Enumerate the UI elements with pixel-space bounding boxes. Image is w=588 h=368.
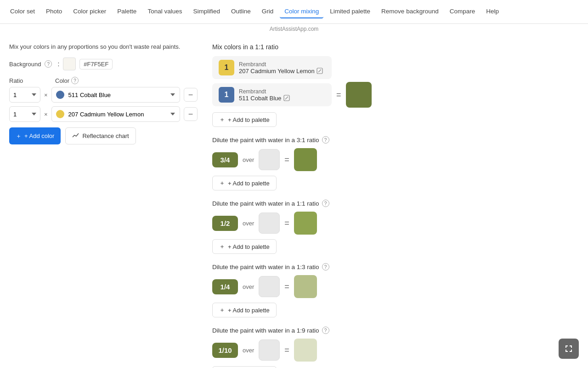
dilute-row-3: 1/10 over = [212,339,579,362]
color-dot-2 [56,110,64,118]
mix-num-badge-2: 1 [219,87,234,103]
fraction-badge-0: 3/4 [212,152,238,167]
eq-sign-1: = [284,218,289,228]
add-to-palette-button-dilute-2[interactable]: ＋+ Add to palette [212,303,277,317]
color-help-icon[interactable]: ? [71,77,79,84]
mix-color-card-1: 1 Rembrandt 207 Cadmium Yellow Lemon [212,56,332,79]
dilute-row-1: 1/2 over = [212,212,579,235]
eq-sign-2: = [284,282,289,292]
color-select-1[interactable]: 511 Cobalt Blue 207 Cadmium Yellow Lemon [51,87,180,103]
nav-item-color-set[interactable]: Color set [6,5,40,18]
eq-sign-3: = [284,345,289,355]
color-row-1: 123 × 511 Cobalt Blue 207 Cadmium Yellow… [9,87,198,103]
color-dot-1 [56,91,64,99]
dilute-title-0: Dilute the paint with water in a 3:1 rat… [212,136,579,144]
plus-icon: ＋ [16,132,22,140]
chart-icon [72,132,79,140]
ratio-col-header: Ratio [9,77,40,84]
dilute-help-icon-3[interactable]: ? [322,327,329,334]
dilute-title-3: Dilute the paint with water in a 1:9 rat… [212,327,579,334]
dilute-result-1 [294,212,317,235]
water-swatch-0 [259,149,280,170]
mix-section-title: Mix colors in a 1:1 ratio [212,43,579,51]
dilute-section-2: Dilute the paint with water in a 1:3 rat… [212,263,579,317]
dilute-result-3 [294,339,317,362]
color-row-2: 123 × 207 Cadmium Yellow Lemon 511 Cobal… [9,106,198,122]
over-label-1: over [243,220,254,227]
nav-item-color-mixing[interactable]: Color mixing [280,5,323,18]
dilute-container: Dilute the paint with water in a 3:1 rat… [212,136,579,368]
background-row: Background ? : #F7F5EF [9,58,198,70]
nav-item-grid[interactable]: Grid [257,5,278,18]
edit-color-2-icon[interactable] [283,95,290,101]
reflectance-chart-button[interactable]: Reflectance chart [65,127,136,144]
remove-color-1-button[interactable]: − [184,88,198,102]
dilute-result-2 [294,275,317,298]
remove-color-2-button[interactable]: − [184,107,198,121]
plus-icon-palette: ＋ [219,115,225,124]
fraction-badge-2: 1/4 [212,279,238,294]
tagline: Mix your colors in any proportions so yo… [9,43,198,50]
nav-item-help[interactable]: Help [481,5,503,18]
dilute-help-icon-0[interactable]: ? [322,136,329,144]
nav-item-photo[interactable]: Photo [41,5,67,18]
ratio-select-1[interactable]: 123 [9,87,40,103]
background-label: Background [9,61,41,68]
mix-color-name-2: 511 Cobalt Blue [239,95,290,102]
add-to-palette-button-mix[interactable]: ＋ + Add to palette [212,112,277,127]
mix-color-name-1: 207 Cadmium Yellow Lemon [239,68,323,75]
dilute-help-icon-1[interactable]: ? [322,200,329,207]
action-row: ＋ + Add color Reflectance chart [9,127,198,144]
add-to-palette-button-dilute-3[interactable]: ＋+ Add to palette [212,366,277,368]
background-help-icon[interactable]: ? [45,60,52,68]
column-headers: Ratio Color ? [9,77,198,84]
add-color-button[interactable]: ＋ + Add color [9,127,61,144]
dilute-section-1: Dilute the paint with water in a 1:1 rat… [212,200,579,254]
mix-num-badge-1: 1 [219,60,234,75]
color-select-2[interactable]: 207 Cadmium Yellow Lemon 511 Cobalt Blue [51,106,180,122]
add-to-palette-button-dilute-0[interactable]: ＋+ Add to palette [212,176,277,190]
fullscreen-button[interactable] [559,339,579,359]
background-hex: #F7F5EF [79,59,113,69]
main-layout: Mix your colors in any proportions so yo… [0,36,588,368]
ratio-select-2[interactable]: 123 [9,106,40,122]
dilute-title-1: Dilute the paint with water in a 1:1 rat… [212,200,579,207]
nav-item-limited-palette[interactable]: Limited palette [325,5,375,18]
nav-item-color-picker[interactable]: Color picker [68,5,111,18]
app-subtitle: ArtistAssistApp.com [0,24,588,36]
eq-sign-0: = [284,155,289,165]
dilute-result-0 [294,148,317,171]
nav-item-outline[interactable]: Outline [226,5,255,18]
water-swatch-2 [259,276,280,297]
over-label-0: over [243,156,254,163]
svg-line-3 [285,97,288,99]
water-swatch-1 [259,213,280,234]
color-col-header: Color ? [55,77,79,84]
dilute-row-0: 3/4 over = [212,148,579,171]
dilute-section-3: Dilute the paint with water in a 1:9 rat… [212,327,579,368]
dilute-help-icon-2[interactable]: ? [322,263,329,270]
right-panel: Mix colors in a 1:1 ratio 1 Rembrandt 20… [212,43,579,368]
over-label-2: over [243,283,254,290]
fraction-badge-3: 1/10 [212,343,238,358]
edit-color-1-icon[interactable] [317,68,323,74]
mix-color-1-row: 1 Rembrandt 207 Cadmium Yellow Lemon [212,56,579,79]
mix-color-info-1: Rembrandt 207 Cadmium Yellow Lemon [239,61,323,75]
color-select-wrapper-2: 207 Cadmium Yellow Lemon 511 Cobalt Blue [51,106,180,122]
nav-item-palette[interactable]: Palette [113,5,141,18]
fraction-badge-1: 1/2 [212,216,238,231]
over-label-3: over [243,347,254,354]
mix-color-2-result-row: 1 Rembrandt 511 Cobalt Blue [212,82,579,108]
dilute-section-0: Dilute the paint with water in a 3:1 rat… [212,136,579,190]
dilute-title-2: Dilute the paint with water in a 1:3 rat… [212,263,579,270]
mix-result-swatch [346,82,372,108]
color-select-wrapper-1: 511 Cobalt Blue 207 Cadmium Yellow Lemon [51,87,180,103]
nav-item-simplified[interactable]: Simplified [188,5,225,18]
nav-item-remove-bg[interactable]: Remove background [377,5,443,18]
svg-line-1 [318,69,321,72]
background-color-swatch[interactable] [63,58,76,70]
nav-item-tonal-values[interactable]: Tonal values [143,5,187,18]
nav-item-compare[interactable]: Compare [445,5,480,18]
left-panel: Mix your colors in any proportions so yo… [9,43,198,368]
add-to-palette-button-dilute-1[interactable]: ＋+ Add to palette [212,239,277,254]
